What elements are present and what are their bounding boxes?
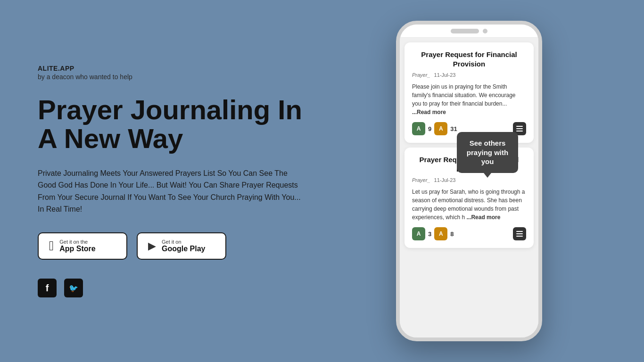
tooltip-see-others: See others praying with you: [457, 132, 518, 173]
card-2-date: 11-Jul-23: [434, 177, 456, 183]
phone-screen: Prayer Request for Financial Provision P…: [400, 38, 538, 337]
app-store-large-text: App Store: [59, 245, 95, 253]
phone-notch-area: [400, 25, 538, 38]
app-buttons:  Get it on the App Store ▶ Get it on Go…: [38, 232, 368, 260]
card-2-body: Let us pray for Sarah, who is going thro…: [412, 188, 526, 222]
apple-icon: : [49, 239, 54, 253]
left-panel: ALITE.APP by a deacon who wanted to help…: [38, 65, 368, 297]
headline: Prayer Journaling In A New Way: [38, 96, 368, 153]
phone-camera: [483, 29, 487, 33]
google-play-button[interactable]: ▶ Get it on Google Play: [137, 232, 226, 260]
google-play-large-text: Google Play: [162, 245, 205, 253]
card-2-tag: Prayer_: [412, 177, 430, 183]
card-1-meta: Prayer_ 11-Jul-23: [412, 72, 526, 78]
app-store-button[interactable]:  Get it on the App Store: [38, 232, 127, 260]
card-2-count-1: 3: [428, 230, 431, 238]
brand-subtitle: by a deacon who wanted to help: [38, 73, 368, 81]
prayer-card-1: Prayer Request for Financial Provision P…: [405, 42, 534, 143]
card-2-avatar-2[interactable]: A: [434, 227, 447, 240]
phone-mockup: Prayer Request for Financial Provision P…: [396, 21, 542, 341]
card-2-menu-button[interactable]: [513, 227, 526, 240]
brand-name: ALITE.APP: [38, 65, 368, 72]
facebook-icon[interactable]: f: [38, 279, 57, 297]
card-1-title: Prayer Request for Financial Provision: [412, 50, 526, 68]
card-1-read-more[interactable]: ...Read more: [412, 109, 446, 115]
card-1-avatar-1[interactable]: A: [412, 122, 425, 135]
card-1-date: 11-Jul-23: [434, 72, 456, 78]
card-2-meta: Prayer_ 11-Jul-23: [412, 177, 526, 183]
description-text: Private Journaling Meets Your Answered P…: [38, 167, 302, 215]
card-1-avatar-2[interactable]: A: [434, 122, 447, 135]
card-1-body: Please join us in praying for the Smith …: [412, 82, 526, 116]
card-1-count-1: 9: [428, 125, 431, 132]
card-1-tag: Prayer_: [412, 72, 430, 78]
card-1-count-2: 31: [450, 125, 457, 132]
card-2-footer: A 3 A 8: [412, 227, 526, 240]
app-store-small-text: Get it on the: [59, 239, 95, 245]
google-play-small-text: Get it on: [162, 239, 205, 245]
google-play-icon: ▶: [148, 241, 156, 251]
card-2-avatar-1[interactable]: A: [412, 227, 425, 240]
twitter-icon[interactable]: 🐦: [64, 279, 83, 297]
phone-notch: [451, 29, 479, 33]
social-icons: f 🐦: [38, 279, 368, 297]
phone-mockup-container: Prayer Request for Financial Provision P…: [368, 21, 542, 341]
card-2-count-2: 8: [450, 230, 454, 238]
card-2-read-more[interactable]: ...Read more: [466, 214, 500, 221]
